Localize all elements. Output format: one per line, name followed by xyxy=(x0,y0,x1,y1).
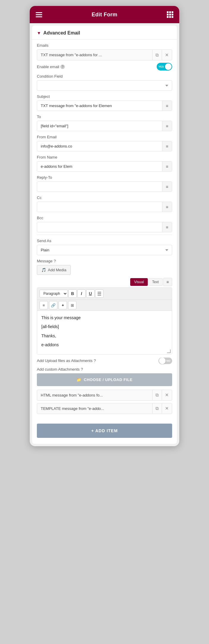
bcc-field: ≡ xyxy=(37,222,172,232)
bcc-label: Bcc xyxy=(37,216,172,220)
cc-db-btn[interactable]: ≡ xyxy=(162,202,172,212)
add-custom-label-row: Add custom Attachments ? xyxy=(37,367,83,372)
condition-field-select[interactable] xyxy=(37,80,172,91)
to-input[interactable] xyxy=(37,121,162,131)
from-name-field: ≡ xyxy=(37,161,172,172)
from-email-input[interactable] xyxy=(37,141,162,151)
add-custom-help[interactable]: ? xyxy=(81,367,83,372)
to-db-btn[interactable]: ≡ xyxy=(162,121,172,131)
link-btn[interactable]: 🔗 xyxy=(49,301,57,309)
add-custom-row: Add custom Attachments ? xyxy=(37,367,172,372)
section-body: Emails TXT message from "e-addons for ..… xyxy=(32,40,177,420)
to-field: ≡ xyxy=(37,121,172,131)
grid-icon[interactable] xyxy=(167,11,173,18)
add-upload-label-row: Add Upload files as Attachments ? xyxy=(37,358,96,363)
add-upload-knob xyxy=(159,358,166,364)
underline-btn[interactable]: U xyxy=(86,289,95,298)
email-item-2-copy[interactable]: ⧉ xyxy=(152,390,162,400)
toggle-knob xyxy=(165,63,172,70)
text-tab[interactable]: Text xyxy=(148,278,163,286)
reply-to-input[interactable] xyxy=(37,182,162,192)
phone-frame: Edit Form ▼ Advanced Email Emails TXT me… xyxy=(30,6,179,446)
paragraph-select[interactable]: Paragraph Heading 1 Heading 2 xyxy=(40,290,68,297)
from-email-db-btn[interactable]: ≡ xyxy=(162,141,172,151)
editor-db-btn[interactable]: ≡ xyxy=(163,278,172,286)
toggle-yes-label: YES xyxy=(158,65,164,68)
add-media-label: Add Media xyxy=(48,268,66,272)
condition-field-label: Condition Field xyxy=(37,74,172,79)
upload-icon: 📁 xyxy=(76,377,81,382)
email-item-3: TEMPLATE message from "e-addo... ⧉ ✕ xyxy=(37,403,172,414)
choose-upload-label: CHOOSE / UPLOAD FILE xyxy=(84,377,133,382)
italic-btn[interactable]: I xyxy=(77,289,86,298)
add-custom-label: Add custom Attachments xyxy=(37,367,80,372)
send-as-select[interactable]: Plain HTML Template xyxy=(37,245,172,255)
message-line4: e-addons xyxy=(41,341,168,348)
email-item-2-text: HTML message from "e-addons fo... xyxy=(37,390,152,400)
from-email-label: From Email xyxy=(37,135,172,139)
choose-upload-button[interactable]: 📁 CHOOSE / UPLOAD FILE xyxy=(37,373,172,386)
email-item-3-text: TEMPLATE message from "e-addo... xyxy=(37,403,152,414)
add-upload-row: Add Upload files as Attachments ? NO xyxy=(37,358,172,364)
add-upload-help[interactable]: ? xyxy=(94,358,96,363)
ordered-list-btn[interactable]: ≡ xyxy=(40,301,48,309)
cc-field: ≡ xyxy=(37,202,172,212)
enable-email-label: Enable email ? xyxy=(37,65,65,69)
add-item-label: + ADD ITEM xyxy=(91,428,118,433)
message-help[interactable]: ? xyxy=(54,259,56,263)
email-item-1-close[interactable]: ✕ xyxy=(162,50,172,60)
email-item-1: TXT message from "e-addons for ... ⧉ ✕ xyxy=(37,49,172,60)
table-btn[interactable]: ⊞ xyxy=(68,301,76,309)
bcc-input[interactable] xyxy=(37,222,162,232)
cc-label: Cc xyxy=(37,195,172,200)
resize-handle[interactable] xyxy=(167,350,171,353)
from-name-input[interactable] xyxy=(37,162,162,171)
bcc-db-btn[interactable]: ≡ xyxy=(162,222,172,232)
email-item-3-close[interactable]: ✕ xyxy=(162,403,172,413)
email-item-2-close[interactable]: ✕ xyxy=(162,390,172,400)
add-upload-toggle[interactable]: NO xyxy=(158,358,172,364)
toggle-no-label: NO xyxy=(166,359,171,362)
section-title: Advanced Email xyxy=(43,30,80,36)
add-media-button[interactable]: 🎵 Add Media xyxy=(37,265,71,275)
bold-btn[interactable]: B xyxy=(68,289,77,298)
subject-label: Subject xyxy=(37,94,172,99)
message-line1: This is your message xyxy=(41,314,168,321)
email-item-3-copy[interactable]: ⧉ xyxy=(152,403,162,413)
message-line3: Thanks, xyxy=(41,333,168,339)
collapse-arrow: ▼ xyxy=(37,31,41,35)
media-btn[interactable]: ✦ xyxy=(59,301,67,309)
email-item-1-copy[interactable]: ⧉ xyxy=(152,50,162,60)
visual-tab[interactable]: Visual xyxy=(130,278,147,286)
extra-bar: ≡ 🔗 ✦ ⊞ xyxy=(37,300,172,311)
editor-container: Paragraph Heading 1 Heading 2 B I U ☰ ≡ … xyxy=(37,287,172,355)
hamburger-icon[interactable] xyxy=(36,12,42,17)
reply-to-db-btn[interactable]: ≡ xyxy=(162,182,172,192)
from-name-db-btn[interactable]: ≡ xyxy=(162,162,172,171)
format-bar: Paragraph Heading 1 Heading 2 B I U ☰ xyxy=(37,288,172,300)
enable-email-row: Enable email ? YES xyxy=(37,63,172,70)
message-line2: [all-fields] xyxy=(41,323,168,330)
divider-1 xyxy=(37,235,172,235)
subject-field: ≡ xyxy=(37,101,172,111)
subject-input[interactable] xyxy=(37,101,162,111)
spacer xyxy=(37,386,172,390)
emails-label: Emails xyxy=(37,43,172,48)
add-item-button[interactable]: + ADD ITEM xyxy=(37,424,172,438)
from-email-field: ≡ xyxy=(37,141,172,151)
from-name-label: From Name xyxy=(37,155,172,159)
subject-db-btn[interactable]: ≡ xyxy=(162,101,172,111)
header: Edit Form xyxy=(30,6,179,23)
section-header[interactable]: ▼ Advanced Email xyxy=(32,26,177,40)
list-btn[interactable]: ☰ xyxy=(95,289,103,298)
main-content: ▼ Advanced Email Emails TXT message from… xyxy=(32,26,177,444)
cc-input[interactable] xyxy=(37,202,162,212)
editor-tabs-row: Visual Text ≡ xyxy=(37,278,172,286)
enable-email-help[interactable]: ? xyxy=(60,65,65,69)
enable-email-toggle[interactable]: YES xyxy=(157,63,172,70)
send-as-label: Send As xyxy=(37,239,172,243)
reply-to-field: ≡ xyxy=(37,181,172,192)
message-editor[interactable]: This is your message [all-fields] Thanks… xyxy=(37,311,172,354)
reply-to-label: Reply-To xyxy=(37,175,172,180)
message-label-row: Message ? xyxy=(37,259,172,263)
